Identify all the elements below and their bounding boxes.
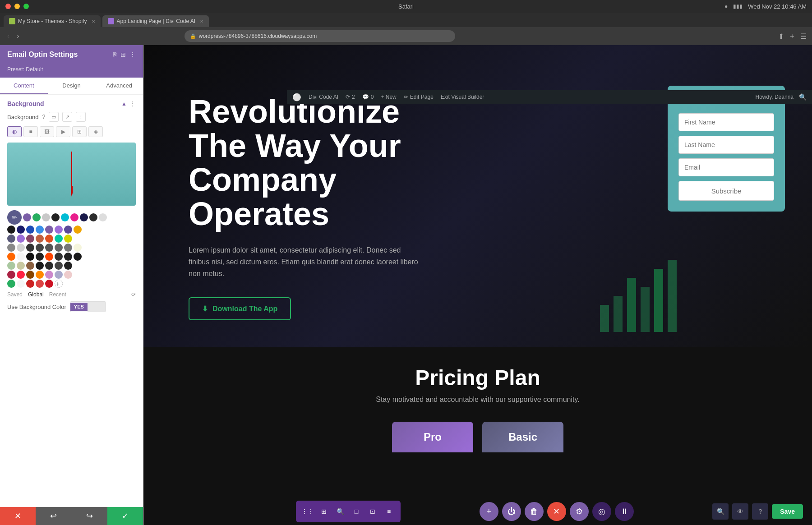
swatch-offwhite[interactable] — [17, 253, 25, 261]
use-bg-toggle[interactable]: YES — [70, 301, 106, 312]
first-name-input[interactable] — [678, 113, 774, 131]
tab-design[interactable]: Design — [48, 78, 96, 94]
toolbar-device-btn[interactable]: □ — [349, 504, 364, 519]
recent-tab[interactable]: Recent — [49, 291, 66, 298]
tab-shopify[interactable]: My Store - Themes - Shopify ✕ — [4, 15, 101, 27]
swatch-black3[interactable] — [64, 262, 72, 270]
add-module-btn[interactable]: + — [480, 502, 498, 521]
sync-count[interactable]: ⟳ 2 — [346, 94, 355, 100]
swatch-gray3[interactable] — [26, 244, 34, 252]
edit-page-link[interactable]: ✏ Edit Page — [404, 94, 434, 100]
bg-type-pattern[interactable]: ⊞ — [72, 126, 87, 137]
toggle-yes-label[interactable]: YES — [70, 303, 88, 311]
toolbar-eye-btn[interactable]: 👁 — [732, 503, 748, 520]
comment-count[interactable]: 💬 0 — [362, 94, 374, 100]
panel-columns-icon[interactable]: ⊞ — [120, 51, 126, 58]
wp-search-icon[interactable]: 🔍 — [799, 93, 807, 101]
pause-btn[interactable]: ⏸ — [615, 502, 634, 521]
swatch-darkest[interactable] — [64, 253, 72, 261]
bg-desktop-icon[interactable]: ▭ — [49, 112, 59, 122]
forward-btn[interactable]: › — [15, 30, 21, 42]
toolbar-layout-btn[interactable]: ⊞ — [317, 504, 331, 519]
swatch-yellow[interactable] — [64, 235, 72, 243]
tab-shopify-close[interactable]: ✕ — [92, 19, 95, 24]
toggle-box[interactable] — [88, 302, 106, 312]
tab-advanced[interactable]: Advanced — [95, 78, 143, 94]
panel-undo-btn[interactable]: ↩ — [36, 507, 71, 525]
swatch-almostblack[interactable] — [26, 253, 34, 261]
swatch-lightgray2[interactable] — [17, 280, 25, 288]
panel-confirm-btn[interactable]: ✓ — [107, 507, 143, 525]
swatch-teal[interactable] — [55, 235, 63, 243]
back-btn[interactable]: ‹ — [5, 30, 11, 42]
toolbar-more-btn[interactable]: ≡ — [382, 504, 396, 519]
section-collapse-icon[interactable]: ▲ — [121, 101, 127, 107]
section-options-icon[interactable]: ⋮ — [129, 100, 136, 107]
tab-divi[interactable]: App Landing Page | Divi Code AI ✕ — [102, 15, 209, 27]
new-menu[interactable]: + New — [381, 94, 396, 100]
swatch-orange2[interactable] — [45, 253, 53, 261]
swatch-pink[interactable] — [70, 213, 78, 221]
close-btn[interactable]: ✕ — [547, 502, 566, 521]
mac-close-btn[interactable] — [5, 4, 11, 9]
bg-type-video[interactable]: ▶ — [56, 126, 70, 137]
mac-maximize-btn[interactable] — [23, 4, 29, 9]
swatch-purple[interactable] — [23, 213, 31, 221]
swatch-gray6[interactable] — [55, 244, 63, 252]
bg-type-solid[interactable]: ■ — [23, 126, 38, 137]
target-btn[interactable]: ◎ — [592, 502, 611, 521]
toolbar-zoom-btn[interactable]: ⊡ — [365, 504, 380, 519]
panel-close-btn[interactable]: ✕ — [0, 507, 36, 525]
preset-label[interactable]: Preset: Default — [7, 66, 43, 73]
bg-type-mask[interactable]: ◈ — [88, 126, 103, 137]
panel-redo-btn[interactable]: ↪ — [72, 507, 107, 525]
swatch-amber[interactable] — [36, 271, 44, 279]
swatch-red2[interactable] — [17, 271, 25, 279]
swatch-sage[interactable] — [7, 262, 15, 270]
swatch-tan[interactable] — [17, 262, 25, 270]
swatch-purple2[interactable] — [45, 226, 53, 234]
global-tab[interactable]: Global — [28, 291, 44, 298]
swatch-darkred[interactable] — [26, 280, 34, 288]
swatch-black[interactable] — [7, 226, 15, 234]
swatch-periwinkle[interactable] — [55, 271, 63, 279]
swatch-brown2[interactable] — [26, 271, 34, 279]
swatch-green[interactable] — [32, 213, 41, 221]
last-name-input[interactable] — [678, 136, 774, 154]
swatch-cyan[interactable] — [61, 213, 69, 221]
toolbar-search-btn[interactable]: 🔍 — [333, 504, 347, 519]
swatch-darkgray2[interactable] — [89, 213, 97, 221]
save-button[interactable]: Save — [772, 504, 803, 519]
swatch-orchid[interactable] — [45, 271, 53, 279]
swatch-gray7[interactable] — [64, 244, 72, 252]
swatch-brown[interactable] — [36, 235, 44, 243]
swatch-gray1[interactable] — [7, 244, 15, 252]
swatch-lightgray[interactable] — [42, 213, 50, 221]
swatch-lavender[interactable] — [55, 226, 63, 234]
settings-btn[interactable]: ⚙ — [570, 502, 589, 521]
download-app-button[interactable]: ⬇ Download The App — [189, 297, 291, 320]
bg-type-image[interactable]: 🖼 — [40, 126, 54, 137]
swatch-darkgray4[interactable] — [45, 262, 53, 270]
swatch-gray2[interactable] — [17, 244, 25, 252]
swatch-gray5[interactable] — [45, 244, 53, 252]
swatch-add[interactable]: + — [55, 280, 63, 288]
swatch-violet[interactable] — [17, 235, 25, 243]
swatch-nearblack[interactable] — [74, 253, 82, 261]
eyedropper-btn[interactable]: ✏ — [7, 210, 22, 225]
divi-code-ai-menu[interactable]: Divi Code AI — [309, 94, 338, 100]
subscribe-button[interactable]: Subscribe — [678, 181, 774, 201]
swatch-orange[interactable] — [74, 226, 82, 234]
swatch-lightblue[interactable] — [36, 226, 44, 234]
exit-visual-builder[interactable]: Exit Visual Builder — [441, 94, 484, 100]
saved-tab[interactable]: Saved — [7, 291, 23, 298]
new-tab-icon[interactable]: ＋ — [789, 32, 796, 41]
swatch-gray4[interactable] — [36, 244, 44, 252]
tab-content[interactable]: Content — [0, 78, 48, 94]
swatch-darkblue[interactable] — [80, 213, 88, 221]
swatch-charcoal[interactable] — [55, 262, 63, 270]
swatch-medred[interactable] — [36, 280, 44, 288]
swatch-crimson[interactable] — [7, 271, 15, 279]
bg-more-icon[interactable]: ⋮ — [76, 112, 86, 122]
swatch-red[interactable] — [45, 235, 53, 243]
